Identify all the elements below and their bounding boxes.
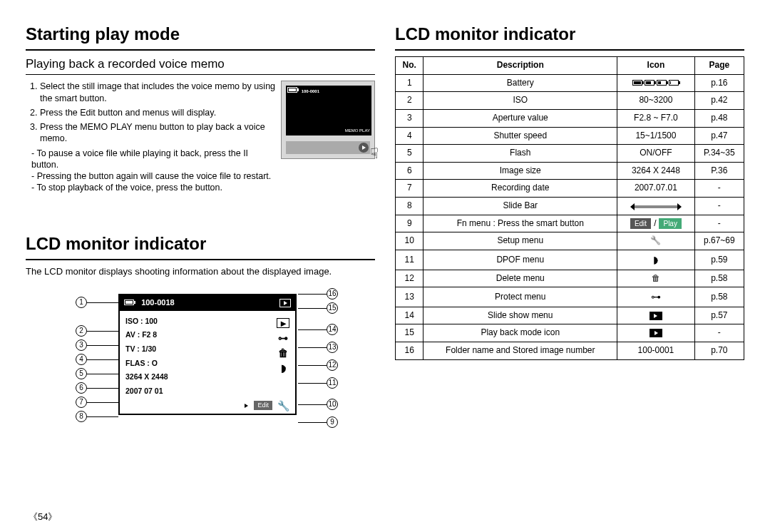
table-row: 3Aperture valueF2.8 ~ F7.0p.48: [396, 109, 744, 127]
cell-page: p.67~69: [694, 232, 744, 250]
cell-desc: DPOF menu: [423, 250, 617, 270]
lcd-intro-text: The LCD monitor displays shooting inform…: [26, 266, 375, 278]
table-row: 16Folder name and Stored image number100…: [396, 342, 744, 359]
cell-icon: [617, 74, 695, 92]
callout-2: 2: [76, 325, 87, 337]
cell-no: 14: [396, 307, 423, 324]
cell-icon: [617, 270, 695, 287]
note-stop: - To stop playback of the voice, press t…: [31, 182, 375, 193]
slideshow-icon: ▸: [277, 318, 289, 328]
table-row: 6Image size3264 X 2448P.36: [396, 162, 744, 180]
lcd-left-info: ISO : 100 AV : F2 8 TV : 1/30 FLAS : O 3…: [125, 317, 168, 401]
cell-icon: [617, 307, 695, 324]
th-page: Page: [694, 57, 744, 75]
table-row: 14Slide show menup.57: [396, 307, 744, 324]
table-row: 2ISO80~3200p.42: [396, 92, 744, 110]
cell-desc: Shutter speed: [423, 127, 617, 145]
battery-levels-icon: [632, 80, 679, 86]
callout-6: 6: [76, 382, 87, 394]
wrench-setup-icon: 🔧: [277, 401, 289, 411]
slideshow-icon: [650, 312, 662, 320]
callout-14: 14: [327, 324, 338, 335]
callout-5: 5: [76, 368, 87, 379]
callout-7: 7: [76, 397, 87, 408]
table-row: 7Recording date2007.07.01-: [396, 180, 744, 198]
cell-desc: Recording date: [423, 180, 617, 198]
lcd-flash: FLAS : O: [125, 359, 168, 369]
cell-page: -: [694, 215, 744, 232]
cell-no: 4: [396, 127, 423, 145]
heading-lcd-indicator-right: LCD monitor indicator: [395, 23, 744, 45]
callout-8: 8: [76, 411, 87, 422]
cell-desc: Flash: [423, 145, 617, 163]
table-row: 11DPOF menup.59: [396, 250, 744, 270]
key-icon: [651, 292, 661, 302]
cell-desc: Fn menu : Press the smart button: [423, 215, 617, 232]
lcd-screen: 100-0018 ISO : 100 AV : F2 8 TV : 1/30 F…: [118, 294, 297, 415]
cell-desc: Image size: [423, 162, 617, 180]
table-row: 9Fn menu : Press the smart buttonEdit / …: [396, 215, 744, 232]
table-row: 10Setup menup.67~69: [396, 232, 744, 250]
edit-badge: Edit: [254, 401, 272, 411]
table-row: 12Delete menup.58: [396, 270, 744, 287]
cell-page: P.36: [694, 162, 744, 180]
subheading-voice-memo: Playing back a recorded voice memo: [26, 56, 375, 75]
cell-no: 8: [396, 197, 423, 215]
cell-icon: 80~3200: [617, 92, 695, 110]
right-column: LCD monitor indicator No. Description Ic…: [395, 23, 744, 445]
lcd-iso: ISO : 100: [125, 317, 168, 327]
cell-icon: 3264 X 2448: [617, 162, 695, 180]
cell-page: p.59: [694, 250, 744, 270]
callout-12: 12: [327, 359, 338, 371]
cell-desc: Play back mode icon: [423, 324, 617, 342]
lcd-right-icons: ▸ ⊶ 🗑 ◗: [277, 317, 289, 401]
cell-no: 7: [396, 180, 423, 198]
callout-10: 10: [327, 399, 338, 410]
callout-1: 1: [76, 297, 87, 308]
cell-desc: ISO: [423, 92, 617, 110]
left-column: Starting play mode Playing back a record…: [26, 23, 375, 445]
ss1-folder-label: 100-0001: [302, 89, 319, 93]
cell-no: 11: [396, 250, 423, 270]
cell-desc: Battery: [423, 74, 617, 92]
cell-no: 2: [396, 92, 423, 110]
cell-page: p.47: [694, 127, 744, 145]
delete-trash-icon: 🗑: [277, 348, 289, 358]
cell-desc: Slide show menu: [423, 307, 617, 324]
callout-9: 9: [327, 416, 338, 428]
indicator-table: No. Description Icon Page 1Batteryp.162I…: [395, 56, 744, 359]
lcd-diagram: 100-0018 ISO : 100 AV : F2 8 TV : 1/30 F…: [47, 288, 354, 445]
cell-page: p.70: [694, 342, 744, 359]
cell-no: 10: [396, 232, 423, 250]
cell-page: p.16: [694, 74, 744, 92]
th-no: No.: [396, 57, 423, 75]
heading-starting-play-mode: Starting play mode: [26, 23, 375, 45]
voice-memo-block: 100-0001 MEMO PLAY ☟ Select the still im…: [26, 81, 375, 193]
page-number: 《54》: [29, 511, 57, 523]
rule: [395, 49, 744, 51]
cell-page: p.57: [694, 307, 744, 324]
cell-no: 1: [396, 74, 423, 92]
lcd-date: 2007 07 01: [125, 387, 168, 397]
cell-no: 9: [396, 215, 423, 232]
battery-icon: [124, 300, 134, 305]
playback-mode-icon: [279, 299, 291, 307]
cell-icon: Edit / Play: [617, 215, 695, 232]
cell-icon: F2.8 ~ F7.0: [617, 109, 695, 127]
callout-4: 4: [76, 354, 87, 365]
cell-no: 13: [396, 287, 423, 307]
wrench-icon: [650, 235, 661, 245]
callout-11: 11: [327, 377, 338, 389]
table-row: 4Shutter speed15~1/1500p.47: [396, 127, 744, 145]
lcd-av: AV : F2 8: [125, 330, 168, 340]
cell-no: 15: [396, 324, 423, 342]
camera-screenshot-memo: 100-0001 MEMO PLAY ☟: [281, 81, 375, 159]
th-desc: Description: [423, 57, 617, 75]
cell-icon: ON/OFF: [617, 145, 695, 163]
lcd-size: 3264 X 2448: [125, 372, 168, 382]
cell-no: 5: [396, 145, 423, 163]
table-row: 13Protect menup.58: [396, 287, 744, 307]
lcd-folder: 100-0018: [141, 298, 175, 307]
trash-icon: [652, 273, 660, 283]
cell-page: -: [694, 197, 744, 215]
